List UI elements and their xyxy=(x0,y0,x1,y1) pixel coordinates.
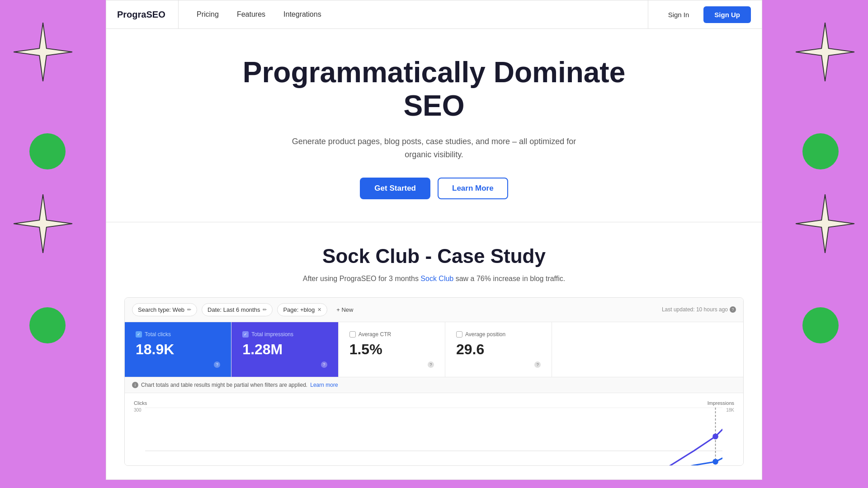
hero-title-line2: SEO xyxy=(403,89,464,122)
filter-search-type-label: Search type: Web xyxy=(138,306,184,313)
navbar: PrograSEO Pricing Features Integrations … xyxy=(106,0,762,29)
metric-total-clicks: ✓ Total clicks 18.9K ? xyxy=(125,322,231,377)
help-icon-clicks[interactable]: ? xyxy=(214,361,220,368)
chart-learn-more-link[interactable]: Learn more xyxy=(310,382,338,388)
case-study-subtitle-before: After using PrograSEO for 3 months xyxy=(303,275,421,282)
learn-more-button[interactable]: Learn More xyxy=(438,178,508,199)
signin-button[interactable]: Sign In xyxy=(659,7,698,22)
signup-button[interactable]: Sign Up xyxy=(703,6,751,23)
metric-ctr-value: 1.5% xyxy=(349,341,434,358)
svg-point-5 xyxy=(712,433,718,439)
edit-icon-search: ✏ xyxy=(187,307,191,313)
y-left-val-1: 300 xyxy=(134,408,142,413)
last-updated: Last updated: 10 hours ago ? xyxy=(662,306,736,313)
close-icon-page[interactable]: ✕ xyxy=(317,307,321,313)
nav-link-features[interactable]: Features xyxy=(230,7,273,22)
filter-page[interactable]: Page: +blog ✕ xyxy=(277,303,327,316)
hero-subtitle: Generate product pages, blog posts, case… xyxy=(280,135,588,161)
filter-page-label: Page: +blog xyxy=(283,306,315,313)
analytics-widget: Search type: Web ✏ Date: Last 6 months ✏… xyxy=(124,297,744,466)
case-study-section: Sock Club - Case Study After using Progr… xyxy=(106,222,762,480)
metric-impressions-label: ✓ Total impressions xyxy=(242,331,327,338)
checkbox-clicks[interactable]: ✓ xyxy=(136,331,142,338)
help-icon-updated[interactable]: ? xyxy=(730,306,736,313)
metric-average-position: Average position 29.6 ? xyxy=(445,322,552,377)
last-updated-text: Last updated: 10 hours ago xyxy=(662,306,728,313)
metric-empty xyxy=(552,322,743,377)
widget-filters: Search type: Web ✏ Date: Last 6 months ✏… xyxy=(125,298,743,322)
checkbox-ctr[interactable] xyxy=(349,331,356,338)
checkbox-impressions[interactable]: ✓ xyxy=(242,331,249,338)
sock-club-link[interactable]: Sock Club xyxy=(420,275,453,282)
nav-actions: Sign In Sign Up xyxy=(648,0,762,28)
info-icon: i xyxy=(132,382,138,388)
checkbox-position[interactable] xyxy=(456,331,462,338)
filter-search-type[interactable]: Search type: Web ✏ xyxy=(132,303,197,316)
metric-average-ctr: Average CTR 1.5% ? xyxy=(339,322,445,377)
filter-new-label: + New xyxy=(336,306,353,313)
nav-link-integrations[interactable]: Integrations xyxy=(276,7,329,22)
case-study-subtitle: After using PrograSEO for 3 months Sock … xyxy=(124,275,744,283)
chart-y-right-label: Impressions xyxy=(708,400,734,406)
nav-links: Pricing Features Integrations xyxy=(179,0,648,28)
nav-logo[interactable]: PrograSEO xyxy=(106,0,179,28)
help-icon-ctr[interactable]: ? xyxy=(428,361,434,368)
y-right-val-1: 18K xyxy=(726,408,734,413)
chart-notice-text: Chart totals and table results might be … xyxy=(141,382,307,388)
metric-position-value: 29.6 xyxy=(456,341,541,358)
chart-y-left-label: Clicks xyxy=(134,400,147,406)
chart-svg xyxy=(145,408,723,466)
nav-link-pricing[interactable]: Pricing xyxy=(189,7,226,22)
metric-clicks-label: ✓ Total clicks xyxy=(136,331,220,338)
hero-title: Programmatically Dominate SEO xyxy=(124,56,744,122)
chart-y-left-axis: 300 xyxy=(134,408,145,466)
metric-total-impressions: ✓ Total impressions 1.28M ? xyxy=(231,322,338,377)
hero-buttons: Get Started Learn More xyxy=(124,178,744,199)
case-study-subtitle-after: saw a 76% increase in blog traffic. xyxy=(453,275,565,282)
help-icon-position[interactable]: ? xyxy=(534,361,541,368)
metrics-row: ✓ Total clicks 18.9K ? ✓ Total impressio… xyxy=(125,322,743,377)
metric-ctr-label: Average CTR xyxy=(349,331,434,338)
chart-notice: i Chart totals and table results might b… xyxy=(125,377,743,393)
filter-new-button[interactable]: + New xyxy=(332,304,358,316)
filter-date-label: Date: Last 6 months xyxy=(208,306,260,313)
case-study-title: Sock Club - Case Study xyxy=(124,245,744,267)
chart-y-right-axis: 18K xyxy=(722,408,734,466)
chart-area: Clicks Impressions 300 xyxy=(125,393,743,465)
svg-point-4 xyxy=(712,459,718,465)
help-icon-impressions[interactable]: ? xyxy=(321,361,327,368)
hero-section: Programmatically Dominate SEO Generate p… xyxy=(106,29,762,222)
get-started-button[interactable]: Get Started xyxy=(360,178,430,199)
edit-icon-date: ✏ xyxy=(263,307,267,313)
metric-impressions-value: 1.28M xyxy=(242,341,327,358)
hero-title-line1: Programmatically Dominate xyxy=(243,56,626,89)
filter-date[interactable]: Date: Last 6 months ✏ xyxy=(202,303,273,316)
metric-clicks-value: 18.9K xyxy=(136,341,220,358)
metric-position-label: Average position xyxy=(456,331,541,338)
